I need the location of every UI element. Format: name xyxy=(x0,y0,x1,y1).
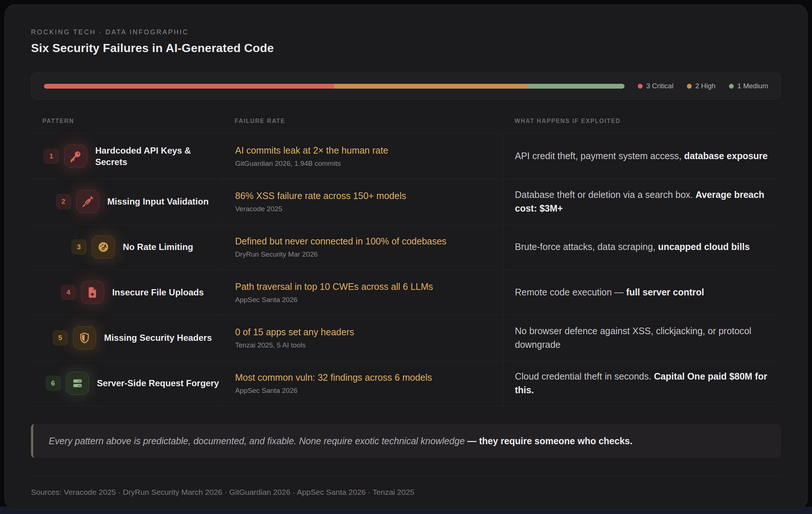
row-number-badge: 1 xyxy=(44,148,59,164)
legend-dot-icon xyxy=(729,84,734,89)
pattern-cell: 3 No Rate Limiting xyxy=(31,225,222,270)
impact-cell: Cloud credential theft in seconds. Capit… xyxy=(503,361,781,406)
table-header-row: PATTERN FAILURE RATE WHAT HAPPENS IF EXP… xyxy=(31,118,781,134)
failure-rate-cell: Path traversal in top 10 CWEs across all… xyxy=(222,270,503,315)
infographic-page: ROCKING TECH · DATA INFOGRAPHIC Six Secu… xyxy=(0,0,812,514)
failure-rate-text: AI commits leak at 2× the human rate xyxy=(235,145,488,156)
legend-item: 2 High xyxy=(687,82,716,90)
failure-rate-source: DryRun Security Mar 2026 xyxy=(235,250,488,258)
failure-rate-source: Tenzai 2025, 5 AI tools xyxy=(235,341,488,349)
table-row: 3 No Rate Limiting Defined but never con… xyxy=(31,225,781,270)
legend-label: 3 Critical xyxy=(646,82,674,90)
pattern-name: Server-Side Request Forgery xyxy=(97,377,219,389)
table-body: 1 Hardcoded API Keys & Secrets AI commit… xyxy=(31,134,781,406)
impact-normal-text: API credit theft, payment system access, xyxy=(515,151,684,161)
pattern-name: Missing Input Validation xyxy=(107,196,209,207)
severity-bar xyxy=(44,84,625,89)
legend-dot-icon xyxy=(687,84,692,89)
file-upload-icon xyxy=(81,281,104,304)
legend-label: 1 Medium xyxy=(737,82,768,90)
failure-rate-cell: 0 of 15 apps set any headers Tenzai 2025… xyxy=(222,315,503,360)
column-header-failure-rate: FAILURE RATE xyxy=(222,118,503,124)
callout-italic-text: Every pattern above is predictable, docu… xyxy=(49,436,465,446)
pattern-cell: 4 Insecure File Uploads xyxy=(31,270,222,315)
severity-segment-1 xyxy=(334,84,527,89)
impact-text: Brute-force attacks, data scraping, unca… xyxy=(515,240,774,254)
impact-text: Remote code execution — full server cont… xyxy=(515,285,774,299)
infographic-card: ROCKING TECH · DATA INFOGRAPHIC Six Secu… xyxy=(4,4,808,510)
page-title: Six Security Failures in AI-Generated Co… xyxy=(31,41,781,55)
shield-icon xyxy=(73,326,96,349)
failure-rate-source: Veracode 2025 xyxy=(235,205,488,213)
callout-text: Every pattern above is predictable, docu… xyxy=(49,434,632,448)
key-icon xyxy=(64,145,87,168)
failure-rate-cell: Most common vuln: 32 findings across 6 m… xyxy=(222,361,503,406)
column-header-impact: WHAT HAPPENS IF EXPLOITED xyxy=(503,118,781,124)
severity-segment-0 xyxy=(44,84,334,89)
impact-cell: Brute-force attacks, data scraping, unca… xyxy=(503,225,781,270)
footer: Sources: Veracode 2025 · DryRun Security… xyxy=(31,476,781,497)
impact-cell: No browser defence against XSS, clickjac… xyxy=(503,315,781,360)
legend-item: 1 Medium xyxy=(729,82,768,90)
impact-cell: API credit theft, payment system access,… xyxy=(503,134,781,179)
impact-text: API credit theft, payment system access,… xyxy=(515,149,774,163)
row-number-badge: 3 xyxy=(71,239,87,255)
impact-normal-text: Remote code execution — xyxy=(515,287,626,297)
impact-bold-text: full server control xyxy=(626,287,704,297)
row-number-badge: 2 xyxy=(56,194,71,209)
pattern-cell: 2 Missing Input Validation xyxy=(31,179,222,224)
pattern-cell: 6 Server-Side Request Forgery xyxy=(31,361,222,406)
impact-text: No browser defence against XSS, clickjac… xyxy=(515,324,774,352)
table-row: 6 Server-Side Request Forgery Most commo… xyxy=(31,361,781,406)
table-row: 2 Missing Input Validation 86% XSS failu… xyxy=(31,179,781,225)
callout: Every pattern above is predictable, docu… xyxy=(31,424,781,458)
impact-text: Database theft or deletion via a search … xyxy=(515,188,774,216)
failure-rate-text: Defined but never connected in 100% of c… xyxy=(235,236,488,247)
column-header-pattern: PATTERN xyxy=(31,118,222,124)
severity-legend: 3 Critical 2 High 1 Medium xyxy=(638,82,768,90)
eyebrow: ROCKING TECH · DATA INFOGRAPHIC xyxy=(31,28,781,36)
pattern-name: Insecure File Uploads xyxy=(112,287,204,298)
failure-rate-text: Most common vuln: 32 findings across 6 m… xyxy=(235,372,488,383)
legend-item: 3 Critical xyxy=(638,82,674,90)
impact-normal-text: Database theft or deletion via a search … xyxy=(515,189,695,200)
impact-normal-text: Cloud credential theft in seconds. xyxy=(515,371,654,381)
impact-normal-text: No browser defence against XSS, clickjac… xyxy=(515,326,751,350)
pattern-name: No Rate Limiting xyxy=(123,241,193,253)
row-number-badge: 4 xyxy=(61,285,76,300)
syringe-icon xyxy=(76,190,99,213)
failure-rate-source: AppSec Santa 2026 xyxy=(235,387,488,395)
failure-rate-cell: AI commits leak at 2× the human rate Git… xyxy=(222,134,503,179)
pattern-name: Missing Security Headers xyxy=(104,332,212,343)
pattern-cell: 1 Hardcoded API Keys & Secrets xyxy=(31,134,222,179)
failure-rate-text: Path traversal in top 10 CWEs across all… xyxy=(235,281,488,292)
severity-summary-card: 3 Critical 2 High 1 Medium xyxy=(31,73,781,99)
impact-bold-text: uncapped cloud bills xyxy=(658,241,750,252)
server-icon xyxy=(66,372,89,395)
failure-rate-cell: 86% XSS failure rate across 150+ models … xyxy=(222,179,503,224)
impact-bold-text: database exposure xyxy=(684,151,768,161)
failure-rate-cell: Defined but never connected in 100% of c… xyxy=(222,225,503,270)
sources-text: Sources: Veracode 2025 · DryRun Security… xyxy=(31,488,781,497)
failure-rate-text: 86% XSS failure rate across 150+ models xyxy=(235,190,488,202)
pattern-cell: 5 Missing Security Headers xyxy=(31,315,222,360)
impact-text: Cloud credential theft in seconds. Capit… xyxy=(515,370,774,397)
callout-bold-text: — they require someone who checks. xyxy=(465,436,632,446)
table-row: 5 Missing Security Headers 0 of 15 apps … xyxy=(31,315,781,361)
gauge-icon xyxy=(92,236,115,258)
pattern-name: Hardcoded API Keys & Secrets xyxy=(95,145,221,168)
failure-rate-source: GitGuardian 2026, 1.94B commits xyxy=(235,160,488,168)
impact-cell: Remote code execution — full server cont… xyxy=(503,270,781,315)
table-row: 1 Hardcoded API Keys & Secrets AI commit… xyxy=(31,134,781,179)
row-number-badge: 5 xyxy=(52,330,68,346)
legend-dot-icon xyxy=(638,84,643,89)
row-number-badge: 6 xyxy=(45,376,61,391)
failure-rate-source: AppSec Santa 2026 xyxy=(235,296,488,304)
failure-rate-text: 0 of 15 apps set any headers xyxy=(235,326,488,338)
impact-normal-text: Brute-force attacks, data scraping, xyxy=(515,241,658,252)
legend-label: 2 High xyxy=(695,82,716,90)
table-row: 4 Insecure File Uploads Path traversal i… xyxy=(31,270,781,315)
severity-segment-2 xyxy=(527,84,625,89)
impact-cell: Database theft or deletion via a search … xyxy=(503,179,781,224)
